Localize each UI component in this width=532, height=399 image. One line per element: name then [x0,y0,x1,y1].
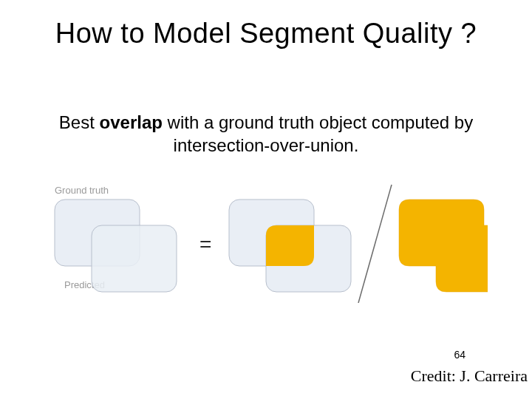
body-emph: overlap [100,112,163,132]
page-number: 64 [454,349,466,361]
body-prefix: Best [59,112,100,132]
overlap-group [55,200,177,292]
iou-diagram: Ground truth Predicted = [44,177,488,303]
slide: How to Model Segment Quality ? Best over… [0,0,532,399]
svg-rect-1 [92,225,177,292]
slide-title: How to Model Segment Quality ? [0,18,532,50]
union-group [399,200,488,292]
division-slash-icon [358,185,392,303]
label-ground-truth: Ground truth [55,185,109,196]
body-suffix: with a ground truth object computed by i… [163,112,473,155]
intersection-group [229,200,351,292]
slide-body-text: Best overlap with a ground truth object … [44,111,488,157]
equals-icon: = [200,233,211,256]
credit-text: Credit: J. Carreira [411,366,528,386]
